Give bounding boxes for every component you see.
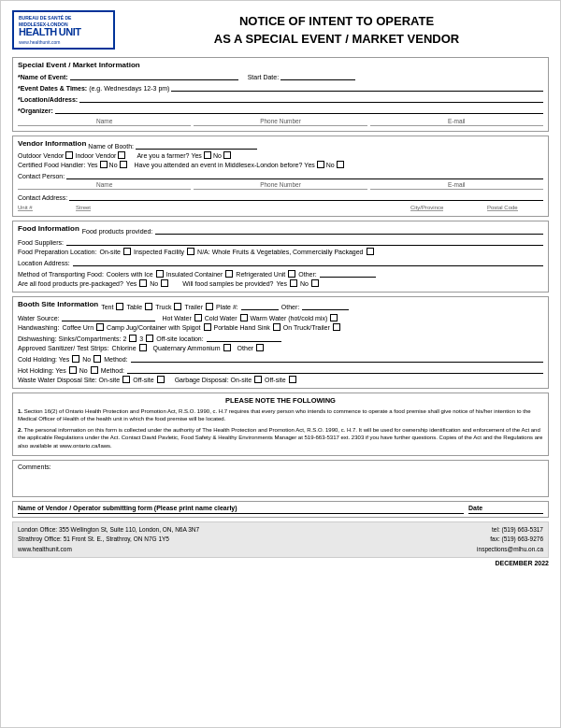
waste-on-site-checkbox[interactable] <box>122 376 130 383</box>
footer-fax: fax: (519) 663-9276 <box>477 535 543 544</box>
dish-3-label: 3 <box>139 335 143 342</box>
contact-phone-col: Phone Number <box>194 181 367 190</box>
hot-method-field[interactable] <box>127 364 543 374</box>
farmer-yes-checkbox[interactable] <box>204 151 211 159</box>
organizer-email-col: E-mail <box>370 118 543 126</box>
refrigerated-label: Refrigerated Unit <box>236 271 285 278</box>
portable-sink-label: Portable Hand Sink <box>214 324 270 331</box>
hot-yes-checkbox[interactable] <box>69 366 77 374</box>
insulated-checkbox[interactable] <box>225 270 233 278</box>
camp-jug-label: Camp Jug/Container with Spigot <box>107 324 200 331</box>
contact-person-field[interactable] <box>66 170 543 179</box>
trailer-checkbox[interactable] <box>206 303 213 310</box>
hot-water-label: Hot Water <box>162 315 191 321</box>
truck-checkbox[interactable] <box>174 303 181 310</box>
event-dates-field[interactable] <box>171 82 543 92</box>
cold-no-label: No <box>82 356 91 363</box>
vendor-info-section: Vendor Information Name of Booth: Outdoo… <box>12 136 549 217</box>
on-truck-checkbox[interactable] <box>333 323 340 331</box>
start-date-label: Start Date: <box>248 74 279 80</box>
samples-no-label: No <box>300 280 309 287</box>
outdoor-vendor-checkbox[interactable] <box>65 151 73 159</box>
cold-holding-label: Cold Holding: Yes <box>18 356 69 363</box>
off-site-location-field[interactable] <box>207 333 281 342</box>
cold-method-field[interactable] <box>131 353 543 363</box>
garbage-on-site-checkbox[interactable] <box>254 376 262 383</box>
coolers-checkbox[interactable] <box>156 270 164 278</box>
garbage-off-checkbox[interactable] <box>289 376 296 383</box>
waste-water-label: Waste Water Disposal Site: On-site <box>18 377 120 383</box>
special-event-section: Special Event / Market Information *Name… <box>12 57 549 132</box>
pre-packaged-label: Are all food products pre-packaged? <box>18 280 123 287</box>
farmer-no-checkbox[interactable] <box>223 151 231 159</box>
samples-yes-label: Yes <box>277 280 287 287</box>
samples-label: Will food samples be provided? <box>182 280 273 287</box>
refrigerated-checkbox[interactable] <box>288 270 295 278</box>
table-label: Table <box>126 304 142 310</box>
comments-field[interactable] <box>18 470 543 493</box>
off-site-location-label: Off-site location: <box>156 335 203 342</box>
coffee-urn-checkbox[interactable] <box>96 323 104 331</box>
garbage-off-label: Off-site <box>265 377 285 383</box>
portable-sink-checkbox[interactable] <box>273 323 280 331</box>
pre-packaged-no-checkbox[interactable] <box>161 279 168 287</box>
plate-field[interactable] <box>241 301 279 310</box>
note-1: 1. Section 16(2) of Ontario Health Prote… <box>18 407 543 423</box>
location-address-field[interactable] <box>73 257 543 266</box>
attended-yes-checkbox[interactable] <box>317 161 324 168</box>
start-date-field[interactable] <box>280 71 355 80</box>
cold-water-label: Cold Water <box>205 315 237 321</box>
transport-label: Method of Transporting Food: <box>18 271 104 278</box>
food-products-field[interactable] <box>155 225 543 235</box>
location-field[interactable] <box>79 93 543 103</box>
cold-yes-checkbox[interactable] <box>72 355 79 363</box>
water-source-field[interactable] <box>62 312 155 321</box>
signature-section: Name of Vendor / Operator submitting for… <box>12 501 549 518</box>
contact-name-col: Name <box>18 181 191 190</box>
name-of-booth-field[interactable] <box>136 140 257 150</box>
signature-label: Name of Vendor / Operator submitting for… <box>18 505 464 514</box>
farmer-label: Are you a farmer? <box>137 152 189 159</box>
other-san-checkbox[interactable] <box>256 344 264 351</box>
on-site-checkbox[interactable] <box>123 248 131 255</box>
handwashing-label: Handwashing: <box>18 324 59 331</box>
dish-2-checkbox[interactable] <box>129 335 137 342</box>
transport-other-field[interactable] <box>320 268 376 278</box>
na-checkbox[interactable] <box>367 248 374 255</box>
quaternary-checkbox[interactable] <box>223 344 231 351</box>
name-of-event-label: *Name of Event: <box>18 74 68 80</box>
dishwashing-label: Dishwashing: Sinks/Compartments: 2 <box>18 335 126 342</box>
sanitizer-label: Approved Sanitizer/ Test Strips: <box>18 345 109 351</box>
chlorine-checkbox[interactable] <box>139 344 147 351</box>
name-of-event-field[interactable] <box>70 71 238 80</box>
contact-address-field[interactable] <box>69 192 543 201</box>
pre-packaged-yes-checkbox[interactable] <box>139 279 147 287</box>
date-label: Date <box>468 505 543 514</box>
attended-no-checkbox[interactable] <box>337 161 344 168</box>
inspected-checkbox[interactable] <box>187 248 194 255</box>
notes-title: PLEASE NOTE THE FOLLOWING <box>18 396 543 405</box>
samples-yes-checkbox[interactable] <box>290 279 297 287</box>
table-checkbox[interactable] <box>145 303 152 310</box>
samples-no-checkbox[interactable] <box>311 279 319 287</box>
hot-no-checkbox[interactable] <box>91 366 98 374</box>
tent-checkbox[interactable] <box>116 303 123 310</box>
camp-jug-checkbox[interactable] <box>204 323 211 331</box>
booth-other-field[interactable] <box>302 301 349 310</box>
certified-yes-checkbox[interactable] <box>100 161 108 168</box>
certified-no-checkbox[interactable] <box>120 161 127 168</box>
hot-water-checkbox[interactable] <box>194 314 202 321</box>
cold-water-checkbox[interactable] <box>240 314 248 321</box>
farmer-yes-label: Yes <box>191 152 201 159</box>
organizer-field[interactable] <box>55 105 543 114</box>
indoor-vendor-checkbox[interactable] <box>118 151 125 159</box>
warm-water-checkbox[interactable] <box>330 314 338 321</box>
waste-off-checkbox[interactable] <box>157 376 165 383</box>
food-suppliers-field[interactable] <box>66 236 543 246</box>
dish-3-checkbox[interactable] <box>146 335 153 342</box>
certified-handler-label: Certified Food Handler: Yes <box>18 162 98 168</box>
on-site-label: On-site <box>99 249 121 255</box>
cold-no-checkbox[interactable] <box>94 355 101 363</box>
event-dates-hint: (e.g. Wednesdays 12-3 pm) <box>89 85 169 92</box>
attended-label: Have you attended an event in Middlesex-… <box>135 162 303 168</box>
